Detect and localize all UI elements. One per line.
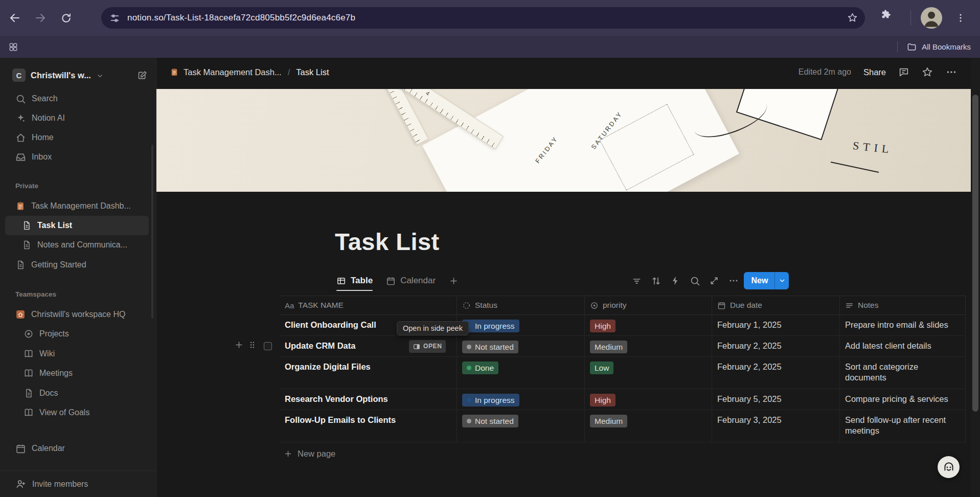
reload-icon[interactable]: [55, 7, 77, 29]
more-options-icon[interactable]: [726, 273, 741, 288]
sidebar-item-calendar[interactable]: Calendar: [5, 439, 149, 458]
breadcrumb-root[interactable]: Task Management Dash...: [184, 67, 282, 77]
table-row[interactable]: Follow-Up Emails to Clients Not started …: [280, 410, 966, 442]
profile-avatar[interactable]: [921, 7, 942, 29]
status-tag[interactable]: Done: [462, 362, 498, 374]
sidebar-item-task-list[interactable]: Task List: [5, 216, 149, 235]
bookmark-star-icon[interactable]: [847, 12, 858, 23]
priority-tag[interactable]: Medium: [590, 415, 627, 427]
tab-calendar[interactable]: Calendar: [386, 270, 436, 291]
status-cell[interactable]: Done: [457, 357, 585, 389]
new-page-button[interactable]: New page: [280, 442, 966, 465]
priority-cell[interactable]: High: [585, 389, 712, 410]
workspace-switcher[interactable]: C Christwill's w...: [5, 64, 153, 86]
sidebar-scrollbar[interactable]: [151, 145, 153, 319]
favorite-star-icon[interactable]: [922, 66, 933, 78]
due-date-cell[interactable]: February 5, 2025: [712, 389, 840, 410]
sidebar-item-task-management-dashboard[interactable]: Task Management Dashb...: [5, 196, 149, 216]
invite-members-button[interactable]: Invite members: [0, 470, 156, 497]
sort-icon[interactable]: [648, 273, 664, 288]
open-side-peek-button[interactable]: OPEN: [409, 340, 446, 353]
teamspaces-section-label[interactable]: Teamspaces: [15, 288, 56, 300]
sidebar-item-wiki[interactable]: Wiki: [5, 344, 149, 364]
column-header-due-date[interactable]: Due date: [712, 296, 840, 314]
sidebar-item-projects[interactable]: Projects: [5, 324, 149, 344]
priority-cell[interactable]: Medium: [585, 410, 712, 442]
automation-zap-icon[interactable]: [668, 273, 683, 288]
sidebar-item-notes-and-communication[interactable]: Notes and Communica...: [5, 235, 149, 255]
column-header-priority[interactable]: priority: [585, 296, 712, 314]
new-button[interactable]: New: [744, 272, 789, 289]
priority-tag[interactable]: Low: [590, 362, 613, 374]
add-view-icon[interactable]: [449, 276, 459, 286]
status-cell[interactable]: In progress: [457, 389, 585, 410]
back-icon[interactable]: [4, 7, 26, 29]
priority-cell[interactable]: High: [585, 315, 712, 335]
priority-tag[interactable]: High: [590, 394, 616, 406]
notes-cell[interactable]: Prepare intro email & slides: [840, 315, 966, 335]
sidebar-item-inbox[interactable]: Inbox: [5, 147, 149, 167]
all-bookmarks-button[interactable]: All Bookmarks: [897, 41, 971, 53]
notes-cell[interactable]: Compare pricing & services: [840, 389, 966, 410]
column-header-task-name[interactable]: Aa TASK NAME: [280, 296, 457, 314]
row-checkbox[interactable]: [264, 342, 272, 350]
compose-icon[interactable]: [137, 70, 148, 81]
address-bar[interactable]: notion.so/Task-List-18aceefa72cd805bb5f2…: [101, 7, 865, 29]
table-row[interactable]: Client Onboarding Call In progress High …: [280, 315, 966, 336]
status-tag[interactable]: Not started: [462, 415, 518, 427]
task-name-cell[interactable]: Organize Digital Files: [280, 357, 457, 389]
private-section-label[interactable]: Private: [15, 179, 38, 192]
status-tag[interactable]: Not started: [462, 341, 518, 353]
window-scrollbar[interactable]: [971, 58, 980, 497]
breadcrumb-current[interactable]: Task List: [296, 67, 329, 77]
site-settings-icon[interactable]: [109, 13, 120, 24]
forward-icon[interactable]: [30, 7, 51, 29]
status-cell[interactable]: Not started: [457, 336, 585, 356]
task-name-cell[interactable]: Follow-Up Emails to Clients: [280, 410, 457, 442]
notes-cell[interactable]: Send follow-up after recent meetings: [840, 410, 966, 442]
browser-menu-icon[interactable]: [955, 9, 966, 27]
extensions-icon[interactable]: [880, 9, 892, 20]
search-icon[interactable]: [687, 273, 702, 288]
url-text[interactable]: notion.so/Task-List-18aceefa72cd805bb5f2…: [127, 13, 355, 23]
sidebar-item-notion-ai[interactable]: Notion AI: [5, 108, 149, 128]
sidebar-item-view-of-goals[interactable]: View of Goals: [5, 403, 149, 422]
sidebar-item-search[interactable]: Search: [5, 89, 149, 108]
chevron-down-icon[interactable]: [775, 272, 789, 289]
due-date-cell[interactable]: February 1, 2025: [712, 315, 840, 335]
column-header-status[interactable]: Status: [457, 296, 585, 314]
task-name-cell[interactable]: Research Vendor Options: [280, 389, 457, 410]
priority-tag[interactable]: Medium: [590, 341, 627, 353]
sidebar-item-meetings[interactable]: Meetings: [5, 364, 149, 383]
tab-table[interactable]: Table: [336, 270, 373, 291]
priority-cell[interactable]: Low: [585, 357, 712, 389]
notes-cell[interactable]: Sort and categorize documents: [840, 357, 966, 389]
notion-ai-fab[interactable]: [938, 456, 960, 478]
add-row-icon[interactable]: [234, 340, 244, 350]
status-cell[interactable]: Not started: [457, 410, 585, 442]
sidebar-item-home[interactable]: Home: [5, 128, 149, 147]
priority-cell[interactable]: Medium: [585, 336, 712, 356]
due-date-cell[interactable]: February 2, 2025: [712, 357, 840, 389]
priority-tag[interactable]: High: [590, 320, 616, 332]
sidebar-item-docs[interactable]: Docs: [5, 383, 149, 403]
scrollbar-thumb[interactable]: [972, 95, 978, 412]
comments-icon[interactable]: [898, 66, 909, 78]
status-tag[interactable]: In progress: [462, 320, 519, 332]
table-row[interactable]: Research Vendor Options In progress High…: [280, 389, 966, 410]
sidebar-item-getting-started[interactable]: Getting Started: [5, 255, 149, 275]
column-header-notes[interactable]: Notes: [840, 296, 966, 314]
page-title[interactable]: Task List: [335, 228, 440, 256]
apps-grid-icon[interactable]: [8, 42, 18, 52]
due-date-cell[interactable]: February 3, 2025: [712, 410, 840, 442]
filter-icon[interactable]: [629, 273, 644, 288]
more-options-icon[interactable]: [945, 66, 958, 78]
due-date-cell[interactable]: February 2, 2025: [712, 336, 840, 356]
expand-icon[interactable]: [706, 273, 722, 288]
drag-handle-icon[interactable]: [247, 340, 257, 350]
status-cell[interactable]: In progress: [457, 315, 585, 335]
sidebar-item-workspace-hq[interactable]: Christwill's workspace HQ: [5, 305, 149, 324]
status-tag[interactable]: In progress: [462, 394, 519, 406]
notes-cell[interactable]: Add latest client details: [840, 336, 966, 356]
share-button[interactable]: Share: [863, 67, 886, 77]
